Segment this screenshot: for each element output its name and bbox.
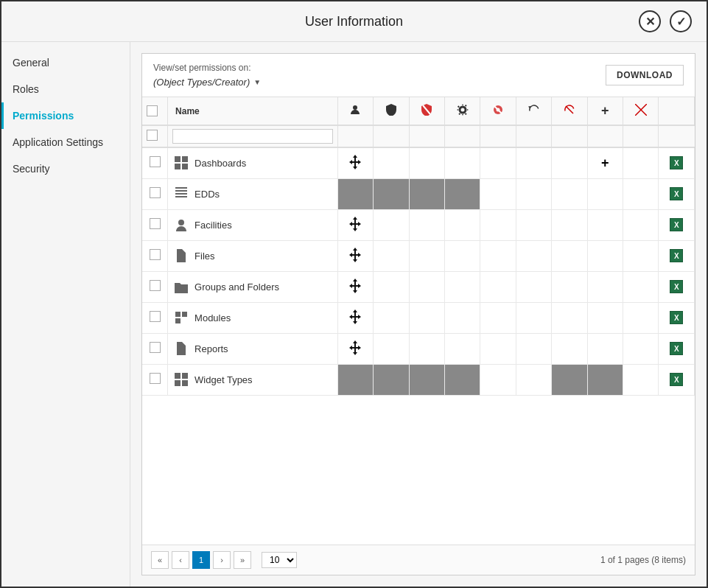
perm-cell-edds-col3[interactable] [409,178,444,209]
perm-cell-files-col9[interactable] [623,240,659,271]
perm-cell-facilities-col6[interactable] [516,209,551,240]
perm-cell-modules-col6[interactable] [516,302,551,333]
perm-cell-dashboards-col3[interactable] [409,147,444,178]
perm-cell-facilities-col7[interactable] [552,209,587,240]
perm-cell-edds-col1[interactable] [337,178,373,209]
perm-cell-files-col8[interactable] [587,240,623,271]
perm-cell-widget-types-col6[interactable] [516,364,551,395]
perm-cell-groups-and-folders-col2[interactable] [374,271,409,302]
row-checkbox[interactable] [150,249,161,260]
perm-cell-groups-and-folders-col3[interactable] [409,271,444,302]
excel-export-icon[interactable]: X [670,373,683,386]
excel-export-icon[interactable]: X [670,249,683,262]
perm-cell-reports-col9[interactable] [623,333,659,364]
perm-cell-facilities-col1[interactable] [337,209,373,240]
perm-cell-widget-types-col5[interactable] [480,364,516,395]
excel-export-icon[interactable]: X [670,342,683,355]
row-checkbox[interactable] [150,218,161,229]
close-button[interactable]: ✕ [639,10,661,32]
perm-cell-files-col5[interactable] [480,240,516,271]
perm-cell-reports-col2[interactable] [374,333,409,364]
sidebar-item-roles[interactable]: Roles [1,76,130,102]
perm-cell-widget-types-col9[interactable] [623,364,659,395]
perm-cell-modules-col9[interactable] [623,302,659,333]
excel-export-icon[interactable]: X [670,187,683,200]
perm-cell-modules-col1[interactable] [337,302,373,333]
perm-cell-widget-types-col1[interactable] [337,364,373,395]
perm-cell-widget-types-col2[interactable] [374,364,409,395]
filter-checkbox[interactable] [147,130,158,141]
perm-cell-edds-col7[interactable] [552,178,587,209]
sidebar-item-general[interactable]: General [1,49,130,76]
perm-cell-dashboards-col7[interactable] [552,147,587,178]
perm-cell-groups-and-folders-col5[interactable] [480,271,516,302]
row-checkbox[interactable] [150,280,161,291]
perm-cell-files-col7[interactable] [552,240,587,271]
perm-cell-facilities-col8[interactable] [587,209,623,240]
page-size-select[interactable]: 10 25 50 [262,552,297,568]
perm-cell-groups-and-folders-col6[interactable] [516,271,551,302]
perm-cell-facilities-col5[interactable] [480,209,516,240]
perm-cell-reports-col3[interactable] [409,333,444,364]
perm-cell-facilities-col9[interactable] [623,209,659,240]
excel-cell-facilities[interactable]: X [659,209,695,240]
perm-cell-edds-col9[interactable] [623,178,659,209]
perm-cell-modules-col4[interactable] [444,302,480,333]
perm-cell-files-col6[interactable] [516,240,551,271]
perm-cell-groups-and-folders-col8[interactable] [587,271,623,302]
download-button[interactable]: DOWNLOAD [606,65,684,85]
perm-cell-facilities-col2[interactable] [374,209,409,240]
sidebar-item-application-settings[interactable]: Application Settings [1,129,130,155]
perm-cell-files-col1[interactable] [337,240,373,271]
perm-cell-reports-col5[interactable] [480,333,516,364]
perm-cell-widget-types-col4[interactable] [444,364,480,395]
perm-cell-edds-col8[interactable] [587,178,623,209]
excel-cell-dashboards[interactable]: X [659,147,695,178]
perm-cell-reports-col8[interactable] [587,333,623,364]
excel-cell-groups-and-folders[interactable]: X [659,271,695,302]
excel-cell-edds[interactable]: X [659,178,695,209]
perm-cell-facilities-col3[interactable] [409,209,444,240]
perm-cell-edds-col6[interactable] [516,178,551,209]
confirm-button[interactable]: ✓ [670,10,692,32]
perm-cell-dashboards-col1[interactable] [337,147,373,178]
excel-export-icon[interactable]: X [670,156,683,169]
excel-export-icon[interactable]: X [670,311,683,324]
perm-cell-dashboards-col6[interactable] [516,147,551,178]
perm-cell-modules-col7[interactable] [552,302,587,333]
row-checkbox[interactable] [150,187,161,198]
excel-cell-modules[interactable]: X [659,302,695,333]
perm-cell-groups-and-folders-col1[interactable] [337,271,373,302]
perm-cell-files-col4[interactable] [444,240,480,271]
perm-cell-dashboards-col4[interactable] [444,147,480,178]
perm-cell-facilities-col4[interactable] [444,209,480,240]
excel-cell-files[interactable]: X [659,240,695,271]
row-checkbox[interactable] [150,311,161,322]
perm-cell-edds-col5[interactable] [480,178,516,209]
perm-cell-reports-col6[interactable] [516,333,551,364]
name-filter-input[interactable] [172,129,333,144]
perm-cell-groups-and-folders-col7[interactable] [552,271,587,302]
perm-cell-widget-types-col7[interactable] [552,364,587,395]
perm-cell-dashboards-col8[interactable]: + [587,147,623,178]
perm-cell-edds-col2[interactable] [374,178,409,209]
perm-cell-groups-and-folders-col9[interactable] [623,271,659,302]
perm-cell-modules-col8[interactable] [587,302,623,333]
perm-cell-files-col3[interactable] [409,240,444,271]
excel-export-icon[interactable]: X [670,218,683,231]
perm-cell-modules-col3[interactable] [409,302,444,333]
sidebar-item-security[interactable]: Security [1,155,130,182]
prev-page-button[interactable]: ‹ [172,551,189,569]
perm-cell-widget-types-col3[interactable] [409,364,444,395]
row-checkbox[interactable] [150,373,161,384]
perm-cell-files-col2[interactable] [374,240,409,271]
perm-cell-reports-col7[interactable] [552,333,587,364]
perm-cell-modules-col5[interactable] [480,302,516,333]
perm-cell-modules-col2[interactable] [374,302,409,333]
perm-cell-dashboards-col5[interactable] [480,147,516,178]
next-page-button[interactable]: › [213,551,231,569]
perm-cell-reports-col4[interactable] [444,333,480,364]
perm-cell-widget-types-col8[interactable] [587,364,623,395]
perm-cell-groups-and-folders-col4[interactable] [444,271,480,302]
first-page-button[interactable]: « [151,551,169,569]
